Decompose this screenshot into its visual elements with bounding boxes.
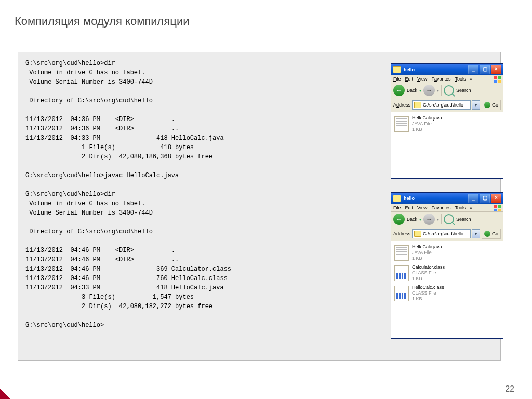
address-bar: Address G:\src\org\cud\hello ▾ → Go xyxy=(391,98,503,112)
class-file-icon xyxy=(394,286,409,301)
go-label: Go xyxy=(492,231,498,236)
address-label: Address xyxy=(393,102,410,108)
java-file-icon xyxy=(394,245,409,261)
close-button[interactable]: × xyxy=(491,194,501,203)
folder-icon xyxy=(414,231,421,237)
address-input[interactable]: G:\src\org\cud\hello xyxy=(412,100,471,110)
explorer-window-after: hello _ ▢ × File Edit View Favorites Too… xyxy=(391,192,503,339)
menubar: File Edit View Favorites Tools » xyxy=(391,204,503,212)
go-button[interactable]: → Go xyxy=(482,229,501,239)
forward-button[interactable]: → xyxy=(423,214,435,225)
file-type: JAVA File xyxy=(412,121,442,127)
go-button[interactable]: → Go xyxy=(482,100,501,110)
toolbar: ← Back ▾ → ▾ Search xyxy=(391,212,503,227)
menu-favorites[interactable]: Favorites xyxy=(431,76,450,82)
search-icon[interactable] xyxy=(444,214,454,224)
address-path: G:\src\org\cud\hello xyxy=(423,102,463,108)
go-arrow-icon: → xyxy=(484,102,490,108)
file-pane[interactable]: HelloCalc.java JAVA File 1 KB xyxy=(391,112,503,178)
folder-icon xyxy=(414,102,421,108)
back-button[interactable]: ← xyxy=(393,214,405,225)
file-name: HelloCalc.java xyxy=(412,115,442,121)
window-title: hello xyxy=(404,196,415,201)
address-path: G:\src\org\cud\hello xyxy=(423,231,463,236)
menu-more[interactable]: » xyxy=(470,205,472,210)
slide-corner-accent xyxy=(0,389,10,399)
file-item[interactable]: HelloCalc.java JAVA File 1 KB xyxy=(394,244,500,261)
menu-edit[interactable]: Edit xyxy=(405,205,414,210)
file-name: HelloCalc.class xyxy=(412,285,444,290)
java-file-icon xyxy=(394,116,409,132)
file-item[interactable]: Calculator.class CLASS File 1 KB xyxy=(394,264,500,282)
toolbar: ← Back ▾ → ▾ Search xyxy=(391,83,503,98)
folder-icon xyxy=(393,66,401,73)
forward-dropdown-icon[interactable]: ▾ xyxy=(437,217,439,222)
minimize-button[interactable]: _ xyxy=(468,65,478,74)
forward-dropdown-icon[interactable]: ▾ xyxy=(437,88,439,93)
menu-tools[interactable]: Tools xyxy=(455,76,466,82)
explorer-window-before: hello _ ▢ × File Edit View Favorites Too… xyxy=(391,63,503,179)
titlebar[interactable]: hello _ ▢ × xyxy=(391,193,503,204)
back-button[interactable]: ← xyxy=(393,85,405,96)
page-number: 22 xyxy=(505,384,514,394)
folder-icon xyxy=(393,195,401,202)
window-title: hello xyxy=(404,67,415,72)
back-dropdown-icon[interactable]: ▾ xyxy=(419,88,421,93)
back-dropdown-icon[interactable]: ▾ xyxy=(419,217,421,222)
go-arrow-icon: → xyxy=(484,231,490,237)
back-label: Back xyxy=(407,217,417,222)
slide-title: Компиляция модуля компиляции xyxy=(15,15,190,28)
address-input[interactable]: G:\src\org\cud\hello xyxy=(412,229,471,238)
file-size: 1 KB xyxy=(412,296,444,302)
file-type: JAVA File xyxy=(412,250,442,256)
file-name: HelloCalc.java xyxy=(412,244,442,250)
menu-edit[interactable]: Edit xyxy=(405,76,414,82)
menu-favorites[interactable]: Favorites xyxy=(431,205,450,210)
menu-file[interactable]: File xyxy=(393,205,401,210)
file-item[interactable]: HelloCalc.class CLASS File 1 KB xyxy=(394,285,500,302)
menu-file[interactable]: File xyxy=(393,76,401,82)
file-size: 1 KB xyxy=(412,256,442,261)
menubar: File Edit View Favorites Tools » xyxy=(391,75,503,83)
forward-button[interactable]: → xyxy=(423,85,435,96)
search-label: Search xyxy=(456,217,471,222)
address-dropdown-icon[interactable]: ▾ xyxy=(472,229,480,238)
titlebar[interactable]: hello _ ▢ × xyxy=(391,64,503,75)
menu-tools[interactable]: Tools xyxy=(455,205,466,210)
search-icon[interactable] xyxy=(444,85,454,96)
search-label: Search xyxy=(456,88,471,93)
file-size: 1 KB xyxy=(412,276,445,282)
menu-more[interactable]: » xyxy=(470,76,472,82)
back-label: Back xyxy=(407,88,417,93)
close-button[interactable]: × xyxy=(491,65,501,74)
minimize-button[interactable]: _ xyxy=(468,194,478,203)
toolbar-separator xyxy=(441,214,442,224)
file-pane[interactable]: HelloCalc.java JAVA File 1 KB Calculator… xyxy=(391,241,503,338)
address-bar: Address G:\src\org\cud\hello ▾ → Go xyxy=(391,227,503,241)
toolbar-separator xyxy=(441,85,442,96)
windows-flag-icon xyxy=(494,205,501,211)
menu-view[interactable]: View xyxy=(417,76,427,82)
file-size: 1 KB xyxy=(412,127,442,132)
windows-flag-icon xyxy=(494,76,501,83)
file-type: CLASS File xyxy=(412,290,444,296)
file-type: CLASS File xyxy=(412,270,445,276)
go-label: Go xyxy=(492,102,498,108)
menu-view[interactable]: View xyxy=(417,205,427,210)
file-item[interactable]: HelloCalc.java JAVA File 1 KB xyxy=(394,115,500,132)
file-name: Calculator.class xyxy=(412,264,445,270)
address-label: Address xyxy=(393,231,410,236)
maximize-button[interactable]: ▢ xyxy=(480,65,490,74)
address-dropdown-icon[interactable]: ▾ xyxy=(472,100,480,110)
class-file-icon xyxy=(394,265,409,281)
maximize-button[interactable]: ▢ xyxy=(480,194,490,203)
